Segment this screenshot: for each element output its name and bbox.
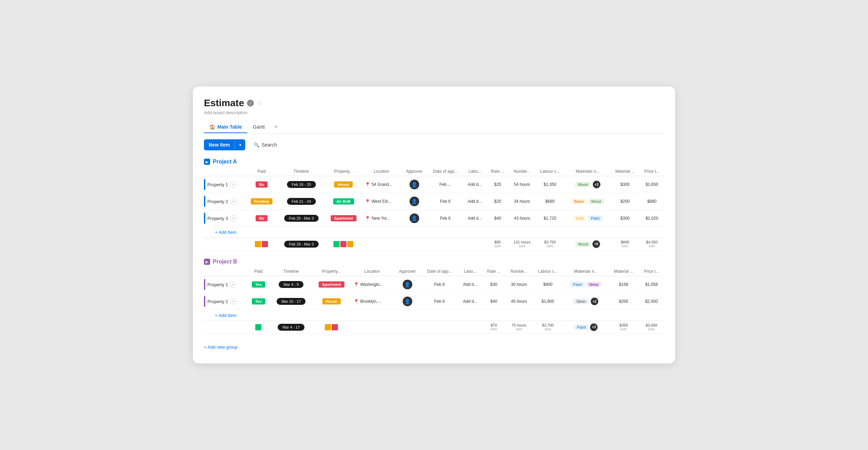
group-b-table: Paid Timeline Property... Location Appro…	[204, 267, 664, 333]
material-tag[interactable]: Paint	[588, 216, 602, 221]
paid-badge[interactable]: Yes	[252, 298, 265, 304]
group-project-a: ▶ Project A Paid Timeline Property... Lo…	[204, 159, 664, 250]
paid-badge[interactable]: No	[256, 181, 268, 188]
add-row-icon[interactable]: +	[230, 181, 236, 188]
paid-badge[interactable]: Pending	[251, 198, 272, 204]
material-tag[interactable]: Gold	[573, 216, 586, 221]
tab-gantt[interactable]: Gantt	[247, 121, 270, 133]
paid-cell: Yes	[247, 276, 270, 293]
property-badge[interactable]: Apartment	[319, 281, 344, 288]
row-name-cell: Property 1 +	[204, 176, 245, 193]
star-icon[interactable]: ☆	[257, 99, 262, 107]
material-cost-cell: $300	[610, 176, 640, 193]
info-icon[interactable]: i	[247, 100, 254, 107]
timeline-cell: Feb 21 - 24	[278, 193, 325, 210]
add-row-icon[interactable]: +	[230, 298, 236, 304]
property-badge[interactable]: Apartment	[331, 215, 356, 221]
material-tag[interactable]: Brass	[571, 199, 587, 204]
swatch	[340, 241, 347, 247]
group-a-header-row: Paid Timeline Property... Location Appro…	[204, 167, 664, 176]
sum-price-b: $3,058 sum	[639, 321, 664, 333]
sum-timeline: Feb 16 - Mar 3	[278, 238, 325, 250]
timeline-pill[interactable]: Feb 16 - 20	[287, 181, 316, 188]
material-tag: Paint	[574, 324, 588, 330]
row-name[interactable]: Property 2	[207, 299, 228, 304]
tab-main-table[interactable]: 🏠 Main Table	[204, 121, 247, 133]
location-icon: 📍	[353, 299, 359, 304]
group-a-collapse-icon[interactable]: ▶	[204, 159, 210, 165]
price-total-cell: $2,020	[640, 210, 664, 227]
location-cell[interactable]: 📍 Brooklyn,...	[351, 293, 394, 310]
sum-price-value-b: $3,058	[645, 323, 657, 327]
material-cost-cell: $200	[608, 293, 639, 310]
group-project-b: ▶ Project B Paid Timeline Property... Lo…	[204, 259, 664, 333]
material-tag[interactable]: Paint	[570, 282, 585, 287]
row-name[interactable]: Property 2	[207, 199, 228, 204]
search-label: Search	[261, 142, 277, 148]
group-b-collapse-icon[interactable]: ▶	[204, 259, 210, 265]
location-cell[interactable]: 📍 54 Grand...	[362, 176, 401, 193]
col-matcost-header: Material ...	[610, 167, 640, 176]
row-name-cell: Property 2 +	[204, 193, 245, 210]
location-text: 54 Grand...	[372, 182, 392, 187]
property-badge[interactable]: House	[334, 181, 353, 188]
timeline-pill[interactable]: Mar 10 - 17	[277, 298, 306, 305]
add-item-label[interactable]: + Add Item	[204, 227, 664, 238]
material-tag[interactable]: Metal	[587, 282, 601, 287]
tab-add-button[interactable]: +	[270, 121, 282, 133]
location-cell[interactable]: 📍 West 53r...	[362, 193, 401, 210]
search-button[interactable]: 🔍 Search	[249, 139, 281, 150]
sum-empty	[204, 238, 245, 250]
labour-cost-cell: $1,350	[535, 176, 565, 193]
approver-cell: 👤	[394, 293, 421, 310]
paid-badge[interactable]: No	[256, 215, 268, 221]
col-timeline-header-b: Timeline	[270, 267, 312, 276]
material-tag[interactable]: Wood	[575, 182, 591, 187]
property-badge[interactable]: House	[322, 298, 341, 304]
materials-cell: Wood +3	[565, 176, 610, 193]
tab-main-table-label: Main Table	[217, 124, 242, 130]
new-item-label: New Item	[204, 139, 235, 150]
group-a-table-wrap: Paid Timeline Property... Location Appro…	[204, 167, 664, 250]
paid-cell: No	[245, 176, 278, 193]
materials-more[interactable]: +3	[593, 181, 600, 188]
material-tag[interactable]: Wood	[588, 199, 604, 204]
row-name[interactable]: Property 1	[207, 282, 228, 287]
material-tag[interactable]: Silver	[574, 299, 589, 304]
sum-label-b: sum	[508, 327, 530, 331]
paid-badge[interactable]: Yes	[252, 281, 265, 288]
timeline-pill[interactable]: Feb 21 - 24	[287, 198, 316, 205]
table-row: Property 2 + Yes Mar 10 - 17 House 📍 Bro…	[204, 293, 664, 310]
location-cell[interactable]: 📍 New Yor...	[362, 210, 401, 227]
labour-cost-cell: $900	[533, 276, 563, 293]
col-location-header: Location	[362, 167, 401, 176]
add-item-label-b[interactable]: + Add Item	[204, 310, 664, 321]
date-cell: Feb 6	[427, 210, 463, 227]
home-icon: 🏠	[209, 124, 215, 130]
add-item-row-b[interactable]: + Add Item	[204, 310, 664, 321]
timeline-pill[interactable]: Feb 25 - Mar 3	[284, 215, 319, 222]
row-name[interactable]: Property 3	[207, 216, 228, 221]
col-approver-header-b: Approver	[394, 267, 421, 276]
sum-label: sum	[512, 244, 533, 248]
hours-cell: 45 hours	[505, 293, 533, 310]
add-row-icon[interactable]: +	[230, 215, 236, 221]
location-cell[interactable]: 📍 Washingto...	[351, 276, 394, 293]
add-row-icon[interactable]: +	[230, 281, 236, 288]
avatar: 👤	[403, 280, 412, 289]
sum-labour	[463, 238, 487, 250]
timeline-cell: Mar 4 - 9	[270, 276, 312, 293]
property-badge[interactable]: Air BnB	[333, 198, 354, 204]
add-row-icon[interactable]: +	[230, 198, 236, 204]
swatch	[347, 241, 353, 247]
new-item-button[interactable]: New Item ▼	[204, 139, 245, 150]
add-group-button[interactable]: + Add new group	[204, 342, 664, 352]
new-item-arrow-icon[interactable]: ▼	[235, 140, 245, 150]
timeline-cell: Feb 25 - Mar 3	[278, 210, 325, 227]
materials-more[interactable]: +2	[591, 298, 598, 305]
timeline-pill[interactable]: Mar 4 - 9	[279, 281, 303, 288]
sum-label: sum	[538, 244, 562, 248]
sum-label-b: sum	[485, 327, 503, 331]
add-item-row[interactable]: + Add Item	[204, 227, 664, 238]
row-name[interactable]: Property 1	[207, 182, 228, 187]
